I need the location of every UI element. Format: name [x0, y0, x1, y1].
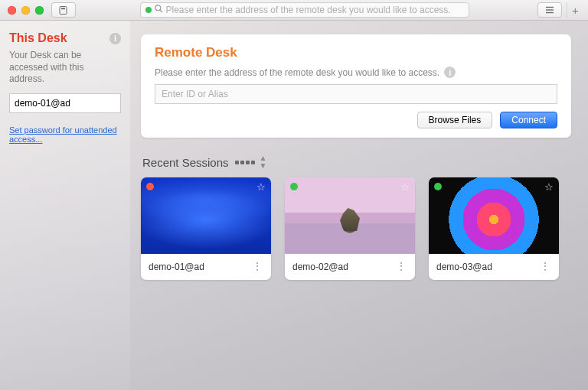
zoom-window-button[interactable] [35, 6, 44, 15]
svg-rect-0 [60, 6, 67, 14]
favorite-icon[interactable]: ☆ [400, 181, 410, 193]
remote-desk-desc-text: Please enter the address of the remote d… [155, 67, 439, 78]
info-icon[interactable]: i [444, 67, 456, 78]
recent-sessions-title: Recent Sessions [142, 156, 229, 169]
window-controls [8, 6, 44, 15]
info-icon[interactable]: i [109, 33, 121, 44]
this-desk-address-input[interactable] [9, 93, 121, 113]
svg-rect-1 [61, 8, 65, 9]
session-thumbnail: ☆ [141, 177, 271, 254]
address-bar[interactable] [140, 2, 469, 18]
status-dot-icon [434, 183, 442, 190]
favorite-icon[interactable]: ☆ [256, 181, 266, 193]
main-area: Remote Desk Please enter the address of … [130, 21, 588, 390]
session-name: demo-03@ad [436, 262, 492, 272]
session-tile[interactable]: ☆ demo-02@ad ⋮ [285, 177, 415, 280]
status-dot-icon [290, 183, 298, 190]
svg-line-3 [160, 10, 162, 12]
menu-button[interactable] [537, 2, 562, 18]
remote-address-input[interactable] [155, 84, 557, 104]
session-name: demo-01@ad [149, 262, 204, 272]
this-desk-desc: Your Desk can be accessed with this addr… [9, 50, 121, 86]
browse-files-button[interactable]: Browse Files [417, 112, 493, 128]
sidebar: This Desk i Your Desk can be accessed wi… [0, 21, 130, 390]
set-password-link[interactable]: Set password for unattended access... [9, 125, 121, 144]
session-tile[interactable]: ☆ demo-01@ad ⋮ [141, 177, 271, 280]
search-icon [155, 5, 163, 15]
recent-sessions-header: Recent Sessions ▲▼ [142, 154, 571, 170]
session-menu-icon[interactable]: ⋮ [252, 265, 263, 269]
status-dot-icon [146, 183, 154, 190]
recent-sessions-grid: ☆ demo-01@ad ⋮ ☆ demo-02@ad ⋮ ☆ de [141, 177, 571, 280]
session-menu-icon[interactable]: ⋮ [396, 265, 407, 269]
remote-button-row: Browse Files Connect [155, 112, 557, 128]
new-tab-button[interactable]: + [567, 2, 583, 18]
titlebar: + [0, 0, 588, 21]
hamburger-icon [545, 6, 554, 14]
this-desk-title-text: This Desk [9, 31, 67, 45]
minimize-window-button[interactable] [21, 6, 30, 15]
this-desk-title: This Desk i [9, 31, 121, 45]
contacts-icon [59, 6, 68, 15]
contacts-button[interactable] [51, 2, 76, 18]
favorite-icon[interactable]: ☆ [544, 181, 554, 193]
session-thumbnail: ☆ [285, 177, 415, 254]
session-thumbnail: ☆ [429, 177, 559, 254]
close-window-button[interactable] [8, 6, 16, 15]
address-input[interactable] [166, 5, 464, 15]
connect-button[interactable]: Connect [500, 112, 557, 128]
remote-desk-desc: Please enter the address of the remote d… [155, 67, 557, 78]
svg-point-2 [155, 5, 160, 11]
remote-desk-title: Remote Desk [155, 45, 557, 60]
remote-desk-card: Remote Desk Please enter the address of … [141, 34, 571, 138]
session-tile[interactable]: ☆ demo-03@ad ⋮ [429, 177, 559, 280]
grid-view-icon[interactable] [235, 161, 255, 164]
sort-toggle-icon[interactable]: ▲▼ [260, 154, 267, 170]
session-menu-icon[interactable]: ⋮ [540, 265, 551, 269]
session-name: demo-02@ad [292, 262, 348, 272]
connection-status-icon [145, 7, 152, 13]
